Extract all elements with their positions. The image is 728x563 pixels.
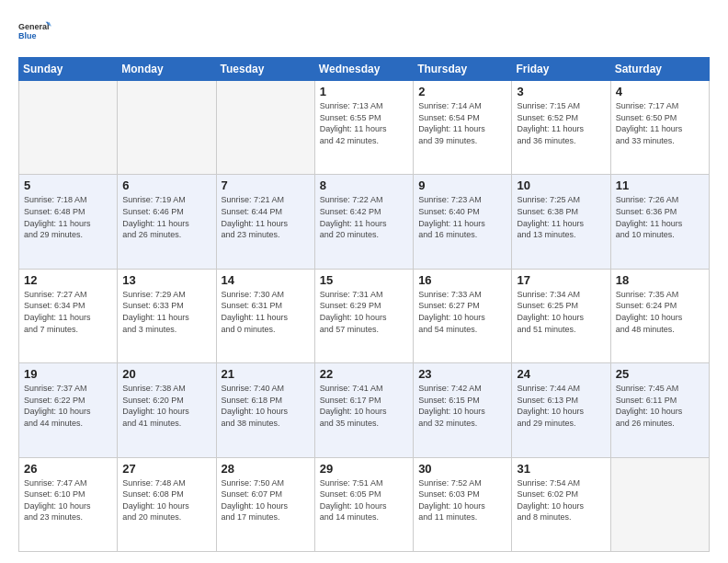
calendar-cell: 16Sunrise: 7:33 AM Sunset: 6:27 PM Dayli…: [414, 269, 512, 362]
calendar-cell: 3Sunrise: 7:15 AM Sunset: 6:52 PM Daylig…: [512, 81, 610, 175]
day-info: Sunrise: 7:34 AM Sunset: 6:25 PM Dayligh…: [517, 289, 605, 335]
calendar-cell: 18Sunrise: 7:35 AM Sunset: 6:24 PM Dayli…: [610, 269, 709, 362]
day-number: 3: [517, 85, 605, 98]
weekday-thursday: Thursday: [414, 58, 512, 81]
day-number: 10: [517, 178, 605, 192]
calendar-cell: 30Sunrise: 7:52 AM Sunset: 6:03 PM Dayli…: [414, 457, 512, 551]
day-info: Sunrise: 7:48 AM Sunset: 6:08 PM Dayligh…: [122, 477, 210, 523]
calendar-cell: 24Sunrise: 7:44 AM Sunset: 6:13 PM Dayli…: [512, 363, 610, 457]
svg-text:Blue: Blue: [18, 31, 37, 40]
day-number: 24: [517, 367, 605, 381]
logo: General Blue: [18, 15, 51, 48]
day-info: Sunrise: 7:23 AM Sunset: 6:40 PM Dayligh…: [418, 194, 506, 240]
day-number: 5: [24, 178, 112, 192]
calendar-cell: 4Sunrise: 7:17 AM Sunset: 6:50 PM Daylig…: [610, 81, 709, 175]
logo-svg: General Blue: [18, 15, 51, 48]
day-info: Sunrise: 7:17 AM Sunset: 6:50 PM Dayligh…: [616, 100, 704, 146]
calendar-table: SundayMondayTuesdayWednesdayThursdayFrid…: [18, 57, 710, 552]
weekday-header-row: SundayMondayTuesdayWednesdayThursdayFrid…: [19, 58, 710, 81]
calendar-cell: 31Sunrise: 7:54 AM Sunset: 6:02 PM Dayli…: [512, 457, 610, 551]
day-info: Sunrise: 7:21 AM Sunset: 6:44 PM Dayligh…: [222, 194, 310, 240]
week-row-1: 1Sunrise: 7:13 AM Sunset: 6:55 PM Daylig…: [19, 81, 710, 175]
weekday-monday: Monday: [118, 58, 216, 81]
day-number: 14: [222, 273, 310, 287]
calendar-cell: 8Sunrise: 7:22 AM Sunset: 6:42 PM Daylig…: [314, 175, 413, 269]
calendar-cell: 14Sunrise: 7:30 AM Sunset: 6:31 PM Dayli…: [216, 269, 314, 362]
calendar-cell: 20Sunrise: 7:38 AM Sunset: 6:20 PM Dayli…: [118, 363, 216, 457]
day-info: Sunrise: 7:29 AM Sunset: 6:33 PM Dayligh…: [122, 289, 210, 335]
weekday-friday: Friday: [512, 58, 610, 81]
day-number: 30: [418, 462, 506, 476]
day-info: Sunrise: 7:22 AM Sunset: 6:42 PM Dayligh…: [320, 194, 408, 240]
day-number: 18: [616, 273, 704, 287]
day-info: Sunrise: 7:41 AM Sunset: 6:17 PM Dayligh…: [320, 383, 408, 429]
calendar-cell: 25Sunrise: 7:45 AM Sunset: 6:11 PM Dayli…: [610, 363, 709, 457]
day-info: Sunrise: 7:13 AM Sunset: 6:55 PM Dayligh…: [320, 100, 408, 146]
day-info: Sunrise: 7:33 AM Sunset: 6:27 PM Dayligh…: [418, 289, 506, 335]
day-number: 7: [222, 178, 310, 192]
day-number: 11: [616, 178, 704, 192]
calendar-cell: 6Sunrise: 7:19 AM Sunset: 6:46 PM Daylig…: [118, 175, 216, 269]
calendar-cell: 13Sunrise: 7:29 AM Sunset: 6:33 PM Dayli…: [118, 269, 216, 362]
day-number: 25: [616, 367, 704, 381]
page: General Blue SundayMondayTuesdayWednesda…: [0, 0, 728, 563]
calendar-cell: 21Sunrise: 7:40 AM Sunset: 6:18 PM Dayli…: [216, 363, 314, 457]
day-info: Sunrise: 7:25 AM Sunset: 6:38 PM Dayligh…: [517, 194, 605, 240]
calendar-cell: 5Sunrise: 7:18 AM Sunset: 6:48 PM Daylig…: [19, 175, 118, 269]
calendar-cell: [118, 81, 216, 175]
week-row-2: 5Sunrise: 7:18 AM Sunset: 6:48 PM Daylig…: [19, 175, 710, 269]
day-number: 28: [222, 462, 310, 476]
calendar-cell: 9Sunrise: 7:23 AM Sunset: 6:40 PM Daylig…: [414, 175, 512, 269]
day-info: Sunrise: 7:42 AM Sunset: 6:15 PM Dayligh…: [418, 383, 506, 429]
calendar-cell: 10Sunrise: 7:25 AM Sunset: 6:38 PM Dayli…: [512, 175, 610, 269]
day-number: 29: [320, 462, 408, 476]
weekday-saturday: Saturday: [610, 58, 709, 81]
weekday-tuesday: Tuesday: [216, 58, 314, 81]
day-number: 23: [418, 367, 506, 381]
day-number: 12: [24, 273, 112, 287]
calendar-cell: 17Sunrise: 7:34 AM Sunset: 6:25 PM Dayli…: [512, 269, 610, 362]
day-number: 27: [122, 462, 210, 476]
calendar-cell: 15Sunrise: 7:31 AM Sunset: 6:29 PM Dayli…: [314, 269, 413, 362]
day-info: Sunrise: 7:40 AM Sunset: 6:18 PM Dayligh…: [222, 383, 310, 429]
calendar-cell: 7Sunrise: 7:21 AM Sunset: 6:44 PM Daylig…: [216, 175, 314, 269]
day-info: Sunrise: 7:27 AM Sunset: 6:34 PM Dayligh…: [24, 289, 112, 335]
week-row-4: 19Sunrise: 7:37 AM Sunset: 6:22 PM Dayli…: [19, 363, 710, 457]
calendar-cell: [610, 457, 709, 551]
day-number: 16: [418, 273, 506, 287]
day-number: 13: [122, 273, 210, 287]
weekday-sunday: Sunday: [19, 58, 118, 81]
day-info: Sunrise: 7:18 AM Sunset: 6:48 PM Dayligh…: [24, 194, 112, 240]
calendar-cell: 29Sunrise: 7:51 AM Sunset: 6:05 PM Dayli…: [314, 457, 413, 551]
day-info: Sunrise: 7:44 AM Sunset: 6:13 PM Dayligh…: [517, 383, 605, 429]
day-info: Sunrise: 7:14 AM Sunset: 6:54 PM Dayligh…: [418, 100, 506, 146]
day-number: 31: [517, 462, 605, 476]
day-number: 9: [418, 178, 506, 192]
day-info: Sunrise: 7:26 AM Sunset: 6:36 PM Dayligh…: [616, 194, 704, 240]
day-info: Sunrise: 7:52 AM Sunset: 6:03 PM Dayligh…: [418, 477, 506, 523]
calendar-cell: 23Sunrise: 7:42 AM Sunset: 6:15 PM Dayli…: [414, 363, 512, 457]
weekday-wednesday: Wednesday: [314, 58, 413, 81]
day-info: Sunrise: 7:38 AM Sunset: 6:20 PM Dayligh…: [122, 383, 210, 429]
day-number: 4: [616, 85, 704, 98]
day-number: 8: [320, 178, 408, 192]
day-number: 2: [418, 85, 506, 98]
day-info: Sunrise: 7:51 AM Sunset: 6:05 PM Dayligh…: [320, 477, 408, 523]
day-number: 20: [122, 367, 210, 381]
calendar-cell: 22Sunrise: 7:41 AM Sunset: 6:17 PM Dayli…: [314, 363, 413, 457]
day-info: Sunrise: 7:30 AM Sunset: 6:31 PM Dayligh…: [222, 289, 310, 335]
day-number: 21: [222, 367, 310, 381]
calendar-cell: 2Sunrise: 7:14 AM Sunset: 6:54 PM Daylig…: [414, 81, 512, 175]
day-number: 19: [24, 367, 112, 381]
calendar-cell: 1Sunrise: 7:13 AM Sunset: 6:55 PM Daylig…: [314, 81, 413, 175]
calendar-cell: 12Sunrise: 7:27 AM Sunset: 6:34 PM Dayli…: [19, 269, 118, 362]
day-info: Sunrise: 7:37 AM Sunset: 6:22 PM Dayligh…: [24, 383, 112, 429]
day-number: 22: [320, 367, 408, 381]
day-number: 15: [320, 273, 408, 287]
day-number: 17: [517, 273, 605, 287]
calendar-cell: 19Sunrise: 7:37 AM Sunset: 6:22 PM Dayli…: [19, 363, 118, 457]
week-row-5: 26Sunrise: 7:47 AM Sunset: 6:10 PM Dayli…: [19, 457, 710, 551]
day-info: Sunrise: 7:45 AM Sunset: 6:11 PM Dayligh…: [616, 383, 704, 429]
day-info: Sunrise: 7:50 AM Sunset: 6:07 PM Dayligh…: [222, 477, 310, 523]
day-info: Sunrise: 7:19 AM Sunset: 6:46 PM Dayligh…: [122, 194, 210, 240]
